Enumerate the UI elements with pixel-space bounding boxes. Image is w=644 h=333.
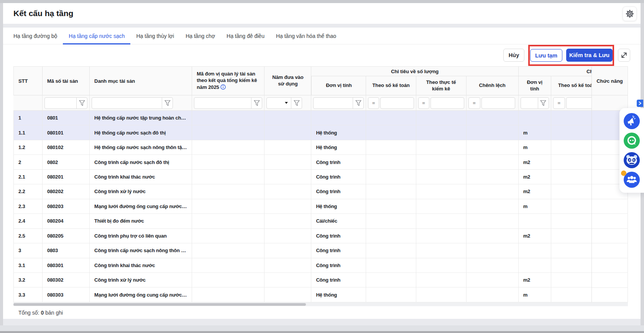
table-row[interactable]: 3 0803 Công trình cấp nước sạch nông thô… [13,243,591,258]
year-filter-funnel-icon[interactable] [291,98,302,108]
horizontal-scrollbar-thumb[interactable] [13,303,306,306]
name-filter-funnel-icon[interactable] [162,98,172,108]
cell-year [264,170,311,184]
name-filter-input[interactable] [92,98,162,108]
by-accounting2-filter-input[interactable] [566,97,591,109]
collapse-panel-button[interactable] [637,100,643,107]
table-row[interactable]: 3.1 080301 Công trình khai thác nước Côn… [13,258,591,273]
table-row[interactable]: 3.3 080303 Mạng lưới đường ống cung cấp … [13,287,591,302]
community-widget-button[interactable] [624,172,640,188]
cell-by-actual [416,155,467,169]
chat-widget-button[interactable] [624,133,640,149]
save-draft-button[interactable]: Lưu tạm [530,49,562,62]
table-row[interactable]: 2.5 080205 Công trình phụ trợ có liên qu… [13,229,591,243]
table-row[interactable]: 2.2 080202 Công trình xử lý nước Công tr… [13,184,591,199]
code-filter-funnel-icon[interactable] [77,98,87,108]
fullscreen-button[interactable] [618,49,630,62]
cell-by-accounting [366,287,416,302]
tab-4[interactable]: Hạ tầng chợ [180,28,221,44]
table-row[interactable]: 3.2 080302 Công trình xử lý nước Công tr… [13,273,591,287]
code-filter-input[interactable] [45,98,76,108]
table-row[interactable]: 1.2 080102 Hệ thống cấp nước sạch nông t… [13,140,591,155]
cell-by-actual [416,125,467,140]
tab-5[interactable]: Hạ tầng đê điều [221,28,270,44]
cell-by-actual [416,287,467,302]
cell-org [192,243,264,258]
col-header-difference[interactable]: Chênh lệch [467,76,519,95]
cell-by-accounting [366,258,416,273]
table-row[interactable]: 2 0802 Công trình cấp nước sạch đô thị C… [13,155,591,169]
by-actual-filter-input[interactable] [430,97,464,109]
filter-cell-stt [13,95,43,111]
horizontal-scrollbar [13,302,628,306]
cell-by-accounting [366,199,416,214]
cell-by-accounting2 [551,273,591,287]
tab-6[interactable]: Hạ tầng văn hóa thể thao [270,28,342,44]
difference-filter-input[interactable] [481,97,515,109]
table-row[interactable]: 2.3 080203 Mạng lưới đường ống cung cấp … [13,199,591,214]
unit2-filter-input[interactable] [521,98,538,108]
check-and-save-button[interactable]: Kiểm tra & Lưu [566,49,613,62]
tab-3[interactable]: Hạ tầng thủy lợi [130,28,180,44]
cell-unit2: m2 [519,155,551,169]
assistant-widget-button[interactable] [624,152,640,168]
cell-unit2 [519,243,551,258]
cell-by-accounting [366,243,416,258]
cell-function [592,288,628,302]
equals-operator[interactable]: = [418,97,429,109]
org-filter-input[interactable] [194,98,251,108]
cell-org [192,111,264,125]
col-header-unit[interactable]: Đơn vị tính [311,76,366,95]
cell-by-accounting2 [551,170,591,184]
year-filter-select[interactable] [267,98,285,108]
equals-operator[interactable]: = [553,97,565,109]
cell-by-accounting2 [551,140,591,155]
col-header-by-actual[interactable]: Theo thực tế kiểm kê [416,76,467,95]
unit-filter-funnel-icon[interactable] [353,98,363,108]
cell-by-accounting [366,184,416,199]
cell-unit [311,111,366,125]
tab-2[interactable]: Hạ tầng cấp nước sạch [63,28,130,44]
org-filter-funnel-icon[interactable] [251,98,262,108]
col-header-unit2[interactable]: Đơn vị tính [519,76,551,95]
cell-unit2: m [519,287,551,302]
settings-button[interactable] [623,7,637,21]
col-header-by-accounting2[interactable]: Theo số kế toán [551,76,591,95]
cell-unit2 [519,258,551,273]
col-header-stt[interactable]: STT [13,66,43,95]
col-header-name[interactable]: Danh mục tài sản [90,66,192,95]
cell-org [192,155,264,169]
table-row[interactable]: 2.1 080201 Công trình khai thác nước Côn… [13,170,591,184]
announcement-widget-button[interactable] [624,113,640,129]
cell-code: 080302 [43,273,90,287]
table-row[interactable]: 2.4 080204 Thiết bị đo đếm nước Cái/chiế… [13,214,591,228]
equals-operator[interactable]: = [368,97,379,109]
tab-1[interactable]: Hạ tầng đường bộ [8,28,63,44]
unit-filter-input[interactable] [314,98,353,108]
megaphone-icon [624,113,640,129]
cell-year [264,140,311,155]
cell-difference [467,155,519,169]
equals-operator[interactable]: = [468,97,480,109]
cancel-button[interactable]: Hủy [503,49,524,62]
cell-year [264,287,311,302]
cell-name: Công trình phụ trợ có liên quan [90,229,192,243]
cell-unit2: m2 [519,170,551,184]
unit2-filter-funnel-icon[interactable] [538,98,549,108]
cell-stt: 1.2 [13,140,43,155]
col-header-org[interactable]: Mã đơn vị quản lý tài sản theo kết quả t… [192,66,264,95]
cell-name: Thiết bị đo đếm nước [90,214,192,228]
col-header-code[interactable]: Mã số tài sản [43,66,90,95]
cell-by-accounting [366,140,416,155]
total-label: Tổng số: [13,310,39,316]
table-row[interactable]: 1.1 080101 Hệ thống cấp nước sạch đô thị… [13,125,591,140]
col-header-by-accounting[interactable]: Theo số kế toán [366,76,416,95]
info-icon[interactable] [220,84,226,92]
cell-by-actual [416,214,467,228]
table-row[interactable]: 1 0801 Hệ thống cấp nước tập trung hoàn … [13,111,591,125]
by-accounting-filter-input[interactable] [380,97,414,109]
col-header-year[interactable]: Năm đưa vào sử dụng [264,66,311,95]
panda-bot-icon [624,152,640,168]
filter-cell-unit [311,95,366,111]
col-header-function[interactable]: Chức năng [592,66,628,95]
